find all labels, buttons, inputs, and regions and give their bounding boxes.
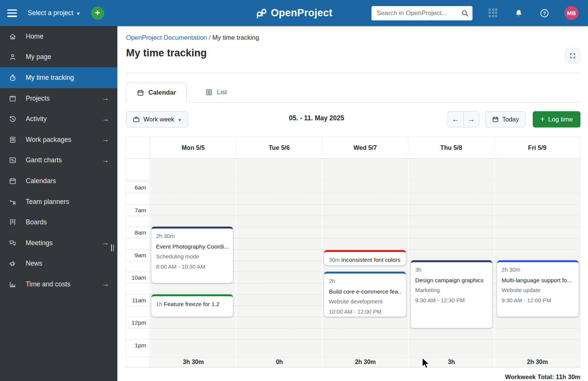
calendar-cell[interactable] [236,227,322,249]
calendar-cell[interactable] [236,317,322,339]
sidebar-resize-handle[interactable] [111,244,114,251]
calendar-cell[interactable] [236,340,322,356]
previous-week-button[interactable]: ← [448,111,463,128]
calendar-cell[interactable] [322,205,408,227]
sidebar-item-team-planners[interactable]: Team planners [0,191,117,212]
work-packages-icon [8,135,17,144]
calendar-cell[interactable] [494,340,580,356]
calendar-cell[interactable] [236,250,322,272]
global-add-button[interactable]: + [91,7,104,20]
calendar-event[interactable]: 30m Inconsistent font colors [324,250,406,265]
search-input[interactable] [372,6,472,20]
time-gutter: 9am [126,250,150,272]
all-day-gutter [126,159,150,180]
sidebar-item-boards[interactable]: Boards [0,212,117,233]
modules-grid-icon[interactable] [489,9,498,18]
fullscreen-button[interactable] [565,48,580,64]
time-label: 11am [132,297,146,304]
sidebar-item-work-packages[interactable]: Work packages → [0,129,117,150]
sidebar-item-news[interactable]: News [0,253,117,274]
arrow-right-icon: → [102,156,109,165]
stopwatch-icon [8,73,17,82]
event-content: 2h 30mEvent Photography Coordi...Schedul… [156,231,228,272]
search-icon[interactable] [461,9,469,17]
topbar: Select a project ▼ + OpenProject [0,0,588,26]
openproject-logo-text: OpenProject [271,7,332,19]
event-title: Feature freeze for 1.2 [164,301,220,307]
arrow-right-icon: → [102,135,109,144]
help-icon[interactable]: ? [540,8,549,18]
all-day-cell[interactable] [322,159,408,180]
tab-list[interactable]: List [195,82,237,102]
calendar-event[interactable]: 1h Feature freeze for 1.2 [151,294,233,317]
sidebar-item-my-time-tracking[interactable]: My time tracking [0,67,117,88]
all-day-cell[interactable] [408,159,494,180]
breadcrumb-parent-link[interactable]: OpenProject Documentation [126,34,207,41]
openproject-app: Select a project ▼ + OpenProject [0,0,588,381]
calendar-cell[interactable] [494,205,580,227]
calendar-hour-row: 12pm [126,317,580,339]
day-totals-row: 3h 30m0h2h 30m3h2h 30m [126,357,580,367]
sidebar-item-calendars[interactable]: Calendars [0,171,117,191]
openproject-logo[interactable]: OpenProject [255,7,332,19]
calendar-cell[interactable] [408,205,494,227]
next-week-button[interactable]: → [463,111,479,128]
sidebar-item-meetings[interactable]: Meetings → [0,233,117,253]
calendar-event[interactable]: 3hDesign campaign graphicsMarketing9:30 … [411,260,492,328]
all-day-cell[interactable] [150,159,236,180]
calendar-cell[interactable] [494,182,580,204]
calendar-cell[interactable] [322,227,408,249]
sidebar-item-projects[interactable]: Projects → [0,88,117,109]
calendar-event[interactable]: 2hBuild core e-commerce fea...Website de… [324,272,406,317]
calendar-cell[interactable] [150,205,236,227]
event-title: Design campaign graphics [415,275,488,285]
calendar-cell[interactable] [236,182,322,204]
time-gutter: 12pm [126,317,150,339]
time-label: 12pm [131,319,146,326]
tab-calendar[interactable]: Calendar [126,82,187,103]
calendar-cell[interactable] [494,317,580,339]
calendar-event[interactable]: 2h 30mEvent Photography Coordi...Schedul… [151,227,233,283]
all-day-cell[interactable] [494,159,580,180]
day-header: Mon 5/5 [150,137,236,158]
time-label: 6am [135,184,146,191]
notifications-bell-icon[interactable] [514,9,523,18]
event-duration: 2h 30m [502,265,574,275]
boards-icon [8,218,17,227]
project-selector[interactable]: Select a project ▼ [28,9,81,17]
calendar-cell[interactable] [322,317,408,339]
time-gutter: 11am [126,295,150,317]
calendar-cell[interactable] [322,182,408,204]
calendar-cell[interactable] [408,227,494,249]
sidebar-item-my-page[interactable]: My page [0,47,117,68]
calendar-cell[interactable] [236,205,322,227]
calendar-icon [492,116,499,123]
arrow-right-icon: → [102,115,109,123]
all-day-cell[interactable] [236,159,322,180]
log-time-button[interactable]: + Log time [533,111,580,128]
event-time: 10:00 AM - 12:00 PM [329,307,401,317]
event-title: Event Photography Coordi... [156,241,228,252]
today-button[interactable]: Today [485,111,526,128]
sidebar-item-gantt-charts[interactable]: Gantt charts → [0,150,117,171]
calendar-cell[interactable] [150,317,236,339]
hamburger-menu-icon[interactable] [7,9,17,17]
calendar-cell[interactable] [408,340,494,356]
avatar[interactable]: MB [565,6,579,20]
event-time: 9:30 AM - 12:30 PM [415,295,488,306]
calendar-cell[interactable] [236,295,322,317]
sidebar-item-home[interactable]: Home [0,26,117,47]
calendar-hour-row: 7am [126,204,580,227]
view-mode-dropdown[interactable]: Work week ▼ [126,111,188,128]
sidebar-item-time-and-costs[interactable]: Time and costs → [0,274,117,295]
calendar-cell[interactable] [408,182,494,204]
sidebar-item-activity[interactable]: Activity → [0,109,117,129]
calendar-cell[interactable] [322,340,408,356]
time-label: 7am [135,207,146,214]
calendar-cell[interactable] [150,182,236,204]
calendar-cell[interactable] [236,272,322,294]
event-title: Multi-language support fo... [502,275,574,285]
calendar-cell[interactable] [150,340,236,356]
calendar-event[interactable]: 2h 30mMulti-language support fo...Websit… [497,260,579,317]
calendar-cell[interactable] [494,227,580,249]
